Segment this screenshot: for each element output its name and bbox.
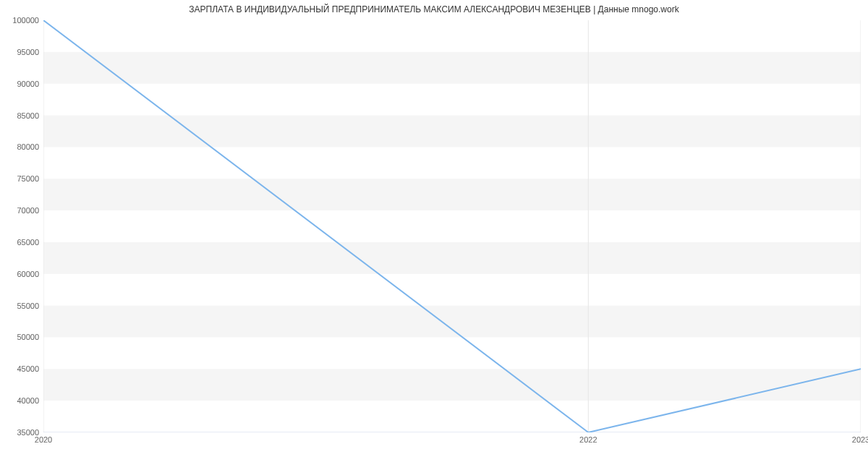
- x-tick-label: 2022: [579, 435, 597, 444]
- grid-band: [43, 306, 861, 338]
- y-tick-label: 90000: [17, 80, 39, 88]
- grid-band: [43, 369, 861, 401]
- x-tick-label: 2020: [35, 435, 52, 444]
- chart-container: ЗАРПЛАТА В ИНДИВИДУАЛЬНЫЙ ПРЕДПРИНИМАТЕЛ…: [0, 0, 868, 470]
- grid-band: [43, 179, 861, 210]
- y-tick-label: 80000: [17, 142, 39, 151]
- x-tick-label: 2023: [852, 435, 868, 444]
- grid-band: [43, 242, 861, 274]
- grid-band: [43, 52, 861, 84]
- y-tick-label: 65000: [17, 238, 39, 247]
- grid-band: [43, 116, 861, 148]
- y-tick-label: 100000: [12, 16, 39, 25]
- y-tick-label: 85000: [17, 111, 39, 120]
- line-chart-svg: [43, 20, 861, 432]
- y-tick-label: 55000: [17, 302, 39, 310]
- y-tick-label: 60000: [17, 270, 39, 278]
- y-tick-label: 50000: [17, 333, 39, 341]
- y-tick-label: 45000: [17, 364, 39, 373]
- y-tick-label: 70000: [17, 206, 39, 215]
- y-tick-label: 75000: [17, 174, 39, 183]
- y-tick-label: 40000: [17, 396, 39, 405]
- plot-area: [43, 20, 861, 432]
- y-tick-label: 95000: [17, 48, 39, 56]
- chart-title: ЗАРПЛАТА В ИНДИВИДУАЛЬНЫЙ ПРЕДПРИНИМАТЕЛ…: [0, 4, 868, 14]
